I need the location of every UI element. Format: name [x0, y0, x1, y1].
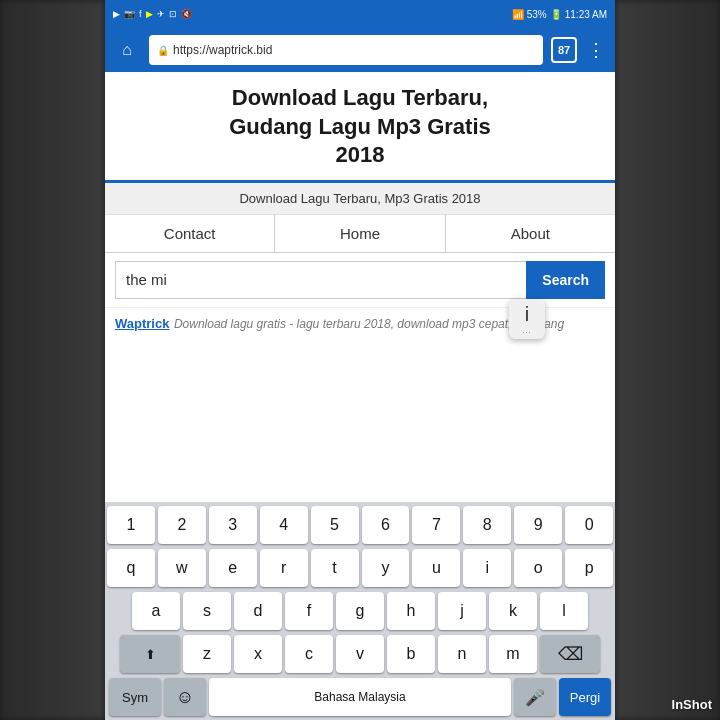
home-button[interactable]: ⌂ — [113, 36, 141, 64]
info-popup-dots: ... — [522, 326, 532, 335]
key-8[interactable]: 8 — [463, 506, 511, 544]
keyboard: 1 2 3 4 5 6 7 8 9 0 q w e r t y u i — [105, 502, 615, 720]
lock-icon: 🔒 — [157, 45, 169, 56]
keyboard-row-qwerty: q w e r t y u i o p — [107, 549, 613, 587]
tabs-button[interactable]: 87 — [551, 37, 577, 63]
inshot-watermark: InShot — [672, 697, 712, 712]
key-b[interactable]: b — [387, 635, 435, 673]
site-title: Download Lagu Terbaru, Gudang Lagu Mp3 G… — [121, 84, 599, 170]
key-a[interactable]: a — [132, 592, 180, 630]
key-t[interactable]: t — [311, 549, 359, 587]
nav-contact[interactable]: Contact — [105, 215, 275, 252]
keyboard-row-asdf: a s d f g h j k l — [107, 592, 613, 630]
play-icon: ▶ — [113, 9, 120, 19]
go-key[interactable]: Pergi — [559, 678, 611, 716]
info-popup-letter: i — [525, 303, 529, 326]
key-y[interactable]: y — [362, 549, 410, 587]
menu-icon: ⋮ — [587, 40, 605, 60]
key-r[interactable]: r — [260, 549, 308, 587]
tabs-count: 87 — [558, 44, 570, 56]
key-7[interactable]: 7 — [412, 506, 460, 544]
tg-icon: ✈ — [157, 9, 165, 19]
key-k[interactable]: k — [489, 592, 537, 630]
nav-about[interactable]: About — [446, 215, 615, 252]
media-icon: 📷 — [124, 9, 135, 19]
key-6[interactable]: 6 — [362, 506, 410, 544]
key-g[interactable]: g — [336, 592, 384, 630]
search-input[interactable] — [115, 261, 526, 299]
key-w[interactable]: w — [158, 549, 206, 587]
key-p[interactable]: p — [565, 549, 613, 587]
status-bar: ▶ 📷 f ▶ ✈ ⊡ 🔇 📶 53% 🔋 11:23 AM — [105, 0, 615, 28]
description-text: Download lagu gratis - lagu terbaru 2018… — [174, 317, 564, 331]
status-right: 📶 53% 🔋 11:23 AM — [512, 9, 607, 20]
search-wrapper: Search i ... — [115, 261, 605, 299]
search-button[interactable]: Search — [526, 261, 605, 299]
key-v[interactable]: v — [336, 635, 384, 673]
key-j[interactable]: j — [438, 592, 486, 630]
key-s[interactable]: s — [183, 592, 231, 630]
website-content: Download Lagu Terbaru, Gudang Lagu Mp3 G… — [105, 72, 615, 720]
site-subtitle: Download Lagu Terbaru, Mp3 Gratis 2018 — [121, 191, 599, 206]
key-9[interactable]: 9 — [514, 506, 562, 544]
key-x[interactable]: x — [234, 635, 282, 673]
battery-percent: 53% — [527, 9, 547, 20]
key-4[interactable]: 4 — [260, 506, 308, 544]
mic-key[interactable]: 🎤 — [514, 678, 556, 716]
phone-screen: ▶ 📷 f ▶ ✈ ⊡ 🔇 📶 53% 🔋 11:23 AM ⌂ 🔒 https… — [105, 0, 615, 720]
site-title-area: Download Lagu Terbaru, Gudang Lagu Mp3 G… — [105, 72, 615, 183]
menu-button[interactable]: ⋮ — [585, 39, 607, 61]
signal-icon: 📶 — [512, 9, 524, 20]
key-m[interactable]: m — [489, 635, 537, 673]
nav-home[interactable]: Home — [275, 215, 445, 252]
cast-icon: ⊡ — [169, 9, 177, 19]
key-5[interactable]: 5 — [311, 506, 359, 544]
battery-icon: 🔋 — [550, 9, 562, 20]
clock: 11:23 AM — [565, 9, 607, 20]
bg-blur-left — [0, 0, 105, 720]
key-z[interactable]: z — [183, 635, 231, 673]
key-3[interactable]: 3 — [209, 506, 257, 544]
mute-icon: 🔇 — [181, 9, 192, 19]
key-1[interactable]: 1 — [107, 506, 155, 544]
space-key[interactable]: Bahasa Malaysia — [209, 678, 511, 716]
url-text: https://waptrick.bid — [173, 43, 272, 57]
browser-bar: ⌂ 🔒 https://waptrick.bid 87 ⋮ — [105, 28, 615, 72]
keyboard-row-zxcv: ⬆ z x c v b n m ⌫ — [107, 635, 613, 673]
site-subtitle-area: Download Lagu Terbaru, Mp3 Gratis 2018 — [105, 183, 615, 215]
bg-blur-right — [615, 0, 720, 720]
info-popup: i ... — [509, 299, 545, 339]
keyboard-row-numbers: 1 2 3 4 5 6 7 8 9 0 — [107, 506, 613, 544]
key-o[interactable]: o — [514, 549, 562, 587]
key-h[interactable]: h — [387, 592, 435, 630]
status-left: ▶ 📷 f ▶ ✈ ⊡ 🔇 — [113, 9, 192, 19]
key-q[interactable]: q — [107, 549, 155, 587]
key-2[interactable]: 2 — [158, 506, 206, 544]
key-0[interactable]: 0 — [565, 506, 613, 544]
key-l[interactable]: l — [540, 592, 588, 630]
key-e[interactable]: e — [209, 549, 257, 587]
description-link[interactable]: Waptrick — [115, 316, 169, 331]
emoji-key[interactable]: ☺ — [164, 678, 206, 716]
key-f[interactable]: f — [285, 592, 333, 630]
yt-icon: ▶ — [146, 9, 153, 19]
fb-icon: f — [139, 9, 142, 19]
search-area: Search i ... — [105, 253, 615, 308]
home-icon: ⌂ — [122, 41, 132, 59]
shift-key[interactable]: ⬆ — [120, 635, 180, 673]
keyboard-row-bottom: Sym ☺ Bahasa Malaysia 🎤 Pergi — [107, 678, 613, 720]
nav-tabs: Contact Home About — [105, 215, 615, 253]
key-c[interactable]: c — [285, 635, 333, 673]
key-n[interactable]: n — [438, 635, 486, 673]
key-u[interactable]: u — [412, 549, 460, 587]
backspace-key[interactable]: ⌫ — [540, 635, 600, 673]
key-d[interactable]: d — [234, 592, 282, 630]
url-bar[interactable]: 🔒 https://waptrick.bid — [149, 35, 543, 65]
sym-key[interactable]: Sym — [109, 678, 161, 716]
key-i[interactable]: i — [463, 549, 511, 587]
